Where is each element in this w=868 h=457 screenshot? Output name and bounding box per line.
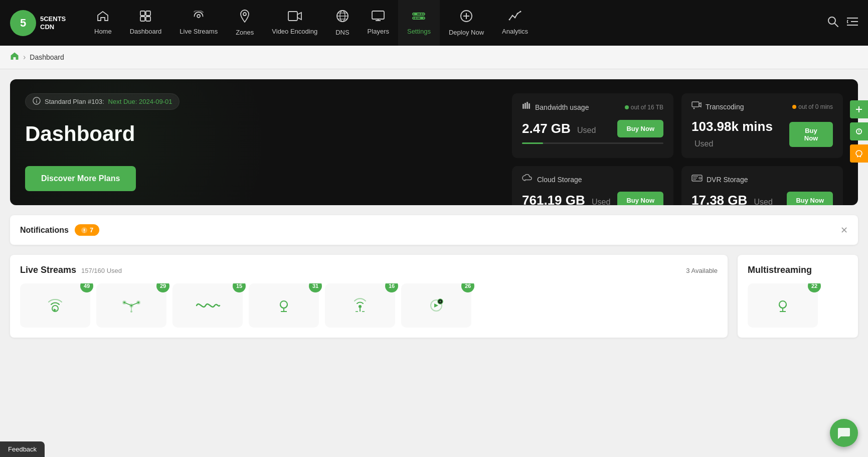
svg-rect-3 xyxy=(146,17,150,21)
svg-rect-37 xyxy=(523,104,524,109)
dvr-storage-card: DVR Storage 17.38 GB Used Buy Now xyxy=(681,166,843,205)
svg-point-26 xyxy=(514,17,516,19)
transcoding-buy-button[interactable]: Buy Now xyxy=(789,122,833,147)
notifications-close-button[interactable]: ✕ xyxy=(840,225,848,236)
svg-rect-41 xyxy=(692,102,699,107)
stream-badge-4: 31 xyxy=(309,283,322,292)
svg-line-61 xyxy=(132,303,137,305)
bandwidth-icon xyxy=(522,101,531,113)
breadcrumb: › Dashboard xyxy=(0,46,868,69)
dvr-storage-header: DVR Storage xyxy=(691,174,833,185)
side-panel-btn-1[interactable] xyxy=(850,100,868,118)
side-panel-btn-3[interactable] xyxy=(850,144,868,163)
multistreaming-items: 22 xyxy=(748,283,848,328)
svg-point-50 xyxy=(84,232,85,233)
bandwidth-header: Bandwidth usage out of 16 TB xyxy=(522,101,663,113)
analytics-icon xyxy=(508,11,522,25)
bandwidth-bar xyxy=(522,142,663,144)
nav-item-analytics[interactable]: Analytics xyxy=(493,0,537,46)
bottom-grid: Live Streams 157/160 Used 3 Available 49 xyxy=(10,255,858,338)
zones-icon xyxy=(239,10,250,26)
notifications-section: Notifications 7 ✕ xyxy=(10,215,858,245)
svg-point-44 xyxy=(699,177,701,179)
svg-point-4 xyxy=(197,15,200,18)
svg-point-36 xyxy=(36,99,37,100)
dns-icon xyxy=(336,10,349,26)
stream-item[interactable]: 31 xyxy=(249,283,319,328)
players-icon xyxy=(372,11,385,25)
nav-item-dashboard[interactable]: Dashboard xyxy=(121,0,171,46)
nav-label-settings: Settings xyxy=(407,28,431,35)
live-streams-usage: 157/160 Used xyxy=(81,267,122,274)
nav-item-video-encoding[interactable]: Video Encoding xyxy=(263,0,326,46)
plan-badge: Standard Plan #103: Next Due: 2024-09-01 xyxy=(25,93,180,110)
transcoding-header: Transcoding out of 0 mins xyxy=(691,101,833,112)
svg-point-28 xyxy=(520,11,522,13)
logo-text: 5CENTS CDN xyxy=(40,15,66,31)
dashboard-icon xyxy=(140,11,151,25)
multistreaming-podcast-icon xyxy=(770,293,796,318)
side-panel-btn-2[interactable] xyxy=(850,122,868,140)
transcoding-value: 103.98k mins Used xyxy=(691,119,773,149)
info-icon xyxy=(33,97,41,106)
nav-item-settings[interactable]: Settings xyxy=(398,0,440,46)
nav-item-home[interactable]: Home xyxy=(85,0,121,46)
bandwidth-buy-button[interactable]: Buy Now xyxy=(617,120,663,137)
stream-signal-icon xyxy=(347,293,373,318)
cloud-storage-buy-button[interactable]: Buy Now xyxy=(617,192,663,205)
svg-point-20 xyxy=(415,17,417,19)
svg-point-25 xyxy=(512,15,513,17)
logo-circle: 5 xyxy=(10,10,36,36)
stream-item[interactable]: 16 xyxy=(325,283,395,328)
stream-podcast-icon xyxy=(271,293,297,318)
svg-point-66 xyxy=(359,305,362,308)
svg-line-30 xyxy=(835,24,838,27)
nav-items: Home Dashboard xyxy=(85,0,827,46)
svg-rect-0 xyxy=(140,11,145,16)
nav-label-video-encoding: Video Encoding xyxy=(272,28,317,35)
multistreaming-item[interactable]: 22 xyxy=(748,283,818,328)
svg-point-42 xyxy=(693,108,695,109)
svg-rect-38 xyxy=(525,103,526,109)
svg-point-59 xyxy=(130,311,132,313)
cloud-storage-card: Cloud Storage 761.19 GB Used Buy Now xyxy=(512,166,673,205)
svg-point-56 xyxy=(123,301,125,303)
stream-dvr-icon xyxy=(423,293,449,318)
bandwidth-title: Bandwidth usage xyxy=(535,103,589,111)
bandwidth-bar-fill xyxy=(522,142,543,144)
nav-item-deploy-now[interactable]: Deploy Now xyxy=(440,0,493,46)
stream-item[interactable]: 49 xyxy=(20,283,90,328)
live-streams-card-title: Live Streams xyxy=(20,265,76,275)
plan-label: Standard Plan #103: xyxy=(45,98,104,105)
dvr-storage-icon xyxy=(691,174,703,185)
multistreaming-title: Multistreaming xyxy=(748,265,812,275)
bandwidth-dot xyxy=(625,105,629,109)
stream-item[interactable]: 26 xyxy=(401,283,471,328)
discover-plans-button[interactable]: Discover More Plans xyxy=(25,166,136,191)
stream-item[interactable]: 29 xyxy=(96,283,166,328)
live-streams-icon xyxy=(192,11,205,25)
breadcrumb-home-icon[interactable] xyxy=(10,52,19,63)
transcoding-dot xyxy=(792,105,796,109)
nav-item-dns[interactable]: DNS xyxy=(326,0,358,46)
svg-point-19 xyxy=(421,13,423,15)
svg-point-78 xyxy=(858,132,859,133)
dvr-storage-buy-button[interactable]: Buy Now xyxy=(787,192,833,205)
nav-label-analytics: Analytics xyxy=(502,28,528,35)
dvr-storage-value: 17.38 GB Used xyxy=(691,193,773,205)
search-icon[interactable] xyxy=(827,16,839,31)
nav-item-players[interactable]: Players xyxy=(359,0,398,46)
svg-point-5 xyxy=(243,13,246,16)
nav-collapse-icon[interactable] xyxy=(847,17,858,29)
logo[interactable]: 5 5CENTS CDN xyxy=(10,10,70,36)
cloud-storage-title: Cloud Storage xyxy=(537,176,582,184)
nav-label-players: Players xyxy=(368,28,389,35)
video-encoding-icon xyxy=(288,11,302,25)
nav-item-zones[interactable]: Zones xyxy=(227,0,263,46)
nav-label-live-streams: Live Streams xyxy=(180,28,218,35)
nav-item-live-streams[interactable]: Live Streams xyxy=(170,0,227,46)
notifications-title: Notifications xyxy=(20,226,69,235)
stream-item[interactable]: 15 xyxy=(172,283,243,328)
svg-line-60 xyxy=(125,303,130,305)
svg-marker-69 xyxy=(434,303,438,308)
